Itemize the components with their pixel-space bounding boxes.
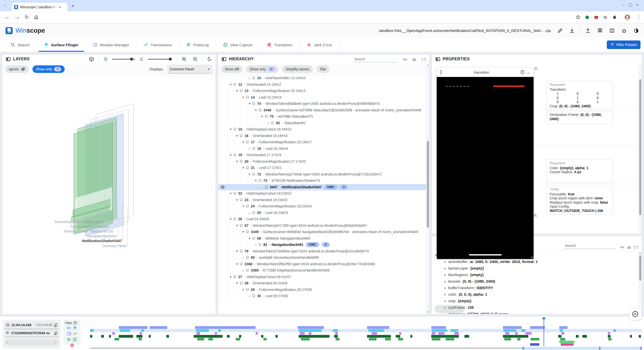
transactions-event-block[interactable]: [582, 335, 587, 338]
simplify-names-toggle[interactable]: Simplify names: [282, 65, 313, 73]
tree-row[interactable]: ●18 - Leaf:16:16#18: [218, 146, 426, 152]
screen-recording-event-block[interactable]: [559, 326, 568, 329]
expander-arrow-icon[interactable]: ▼: [247, 101, 252, 107]
surface-flinger-event-block[interactable]: [613, 329, 616, 332]
transactions-event-block[interactable]: [239, 335, 241, 338]
resize-handle[interactable]: [530, 255, 533, 258]
show-only-v-toggle[interactable]: Show only V: [32, 65, 65, 73]
collapse-panel-icon[interactable]: [222, 57, 226, 62]
collapse-panel-icon[interactable]: [6, 57, 11, 62]
transactions-event-block[interactable]: [119, 335, 133, 338]
extension-icon-red[interactable]: [594, 15, 598, 19]
expander-arrow-icon[interactable]: ▼: [228, 274, 233, 280]
window-manager-event-block[interactable]: [399, 332, 401, 335]
zoom-in-icon[interactable]: [182, 57, 187, 62]
list-trace-filter-icon[interactable]: [67, 337, 71, 342]
expander-arrow-icon[interactable]: ▼: [234, 248, 239, 255]
transactions-event-block[interactable]: [109, 335, 111, 338]
window-manager-event-block[interactable]: [526, 332, 532, 335]
screenshot-overlay-window[interactable]: transition _: [437, 67, 534, 259]
surface-flinger-event-block[interactable]: [196, 329, 209, 332]
window-manager-event-block[interactable]: [112, 332, 115, 335]
expander-arrow-icon[interactable]: ▼: [234, 88, 239, 94]
window-manager-event-block[interactable]: [608, 332, 610, 335]
tree-row[interactable]: ●10 - ImePlaceholder:13:14#10: [218, 75, 426, 81]
protolog-event-block[interactable]: [263, 338, 267, 340]
rotation-slider[interactable]: [112, 59, 135, 60]
range-unselected-line[interactable]: [90, 348, 522, 348]
surface-flinger-event-block[interactable]: [218, 329, 221, 332]
camera-trace-filter-icon[interactable]: [67, 326, 71, 330]
tree-row[interactable]: ▼23 - OneHanded:18:23#23: [218, 197, 426, 203]
tree-row[interactable]: ▼75 - ed70f88 StatusBar#75: [218, 113, 426, 120]
window-manager-event-block[interactable]: [505, 332, 510, 335]
new-tab-button[interactable]: +: [71, 3, 74, 9]
protolog-event-block[interactable]: [517, 338, 520, 340]
transactions-event-block[interactable]: [639, 335, 641, 338]
property-item[interactable]: ●barrierLayer:[empty]: [433, 265, 637, 272]
dark-mode-contrast-icon[interactable]: [633, 28, 639, 33]
expander-arrow-icon[interactable]: ▼: [234, 158, 239, 165]
protolog-event-block[interactable]: [139, 338, 142, 340]
screen-recording-event-block[interactable]: [503, 326, 522, 329]
expander-arrow-icon[interactable]: ▼: [234, 261, 239, 268]
extensions-puzzle-icon[interactable]: [612, 15, 617, 19]
transactions-event-block[interactable]: [608, 335, 611, 338]
protolog-event-block[interactable]: [114, 338, 119, 340]
nanosecond-time-field[interactable]: 1715339054227572545 ns: [5, 329, 59, 337]
surface-flinger-event-block[interactable]: [299, 329, 322, 332]
window-manager-event-block[interactable]: [515, 332, 518, 335]
tree-row[interactable]: ▼72 - WindowToken{a2746de type=2040 andr…: [218, 171, 426, 178]
tab-close-icon[interactable]: ×: [59, 5, 61, 9]
transactions-event-block[interactable]: [299, 335, 330, 338]
documentation-book-icon[interactable]: [609, 28, 615, 33]
extension-icon-green[interactable]: [585, 15, 589, 19]
tree-row[interactable]: ▼15 - HideDisplayCutout:16:16#15: [218, 126, 426, 133]
window-manager-event-block[interactable]: [140, 332, 142, 335]
window-manager-event-block[interactable]: [215, 332, 217, 335]
expander-arrow-icon[interactable]: ▼: [228, 152, 233, 158]
window-manager-event-block[interactable]: [335, 332, 338, 335]
protolog-event-block[interactable]: [432, 338, 440, 340]
visibility-eye-icon[interactable]: [220, 185, 225, 189]
tab-window-manager[interactable]: Window Manager: [86, 38, 137, 52]
cuj-jank-event-block[interactable]: [561, 343, 573, 346]
property-item[interactable]: ●dataspace:BT709 sRGB Full range: [433, 311, 637, 314]
copy-icon[interactable]: [54, 323, 58, 327]
property-item[interactable]: ●bounds:(0, 0) - (1080, 2400): [433, 278, 637, 285]
transactions-event-block[interactable]: [166, 335, 169, 338]
tree-row[interactable]: ▼14 - Leaf:15:15#14: [218, 94, 426, 101]
tree-row[interactable]: ▼13 - FullscreenMagnification:15:15#13: [218, 88, 426, 94]
drag-handle-icon[interactable]: [439, 70, 443, 75]
protolog-event-block[interactable]: [336, 338, 339, 340]
transactions-event-block[interactable]: [396, 335, 400, 338]
reload-button[interactable]: ↻: [25, 14, 29, 20]
expander-arrow-icon[interactable]: ▼: [253, 107, 258, 114]
window-manager-event-block[interactable]: [300, 332, 305, 335]
tree-row[interactable]: ▼19 - OneHanded:17:17#19: [218, 152, 426, 158]
tab-transitions[interactable]: Transitions: [260, 38, 300, 52]
window-manager-event-block[interactable]: [309, 332, 311, 335]
surface-flinger-event-block[interactable]: [560, 329, 563, 332]
window-manager-event-block[interactable]: [432, 332, 435, 335]
protolog-event-block[interactable]: [208, 338, 213, 340]
tree-row[interactable]: ▼24 - FullscreenMagnification:18:23#24: [218, 203, 426, 210]
tree-row[interactable]: ●25 - Leaf:18:23#25: [218, 210, 426, 216]
transactions-event-block[interactable]: [275, 335, 278, 338]
surface-flinger-event-block[interactable]: [141, 329, 144, 332]
property-item[interactable]: ●bufferTransform:IDENTITY: [433, 285, 637, 291]
tree-row[interactable]: ●81 - NavigationBar0#81HWCV: [218, 242, 426, 248]
properties-detail-scrollbar[interactable]: ▲: [638, 251, 642, 314]
tab-protolog[interactable]: ProtoLog: [179, 38, 216, 52]
human-time-field[interactable]: 11:04:14.228 UTC+00:00: [5, 321, 59, 329]
expander-arrow-icon[interactable]: ▼: [241, 287, 246, 293]
transactions-event-block[interactable]: [503, 335, 528, 338]
tab-search[interactable]: Search: [4, 38, 37, 52]
tree-row[interactable]: ▼20 - FullscreenMagnification:17:17#20: [218, 158, 426, 165]
window-trace-filter-icon[interactable]: [67, 332, 71, 336]
property-item[interactable]: ●blurRegions:[empty]: [433, 272, 637, 278]
minimize-button[interactable]: _: [527, 69, 530, 73]
info-icon[interactable]: [520, 70, 525, 74]
show-only-v-toggle[interactable]: Show only V: [246, 65, 278, 73]
expander-arrow-icon[interactable]: ▼: [241, 203, 246, 210]
